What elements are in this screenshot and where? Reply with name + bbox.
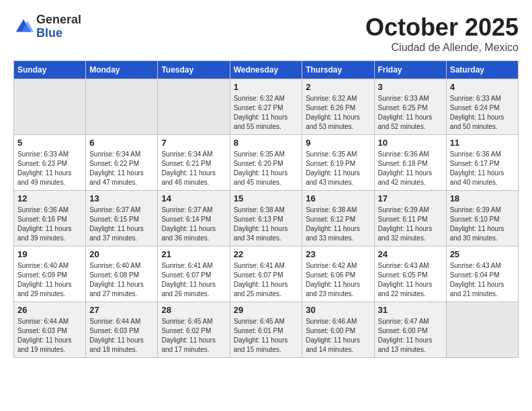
- calendar-cell: 8Sunrise: 6:35 AMSunset: 6:20 PMDaylight…: [230, 135, 302, 191]
- calendar-cell: 31Sunrise: 6:47 AMSunset: 6:00 PMDayligh…: [374, 302, 446, 358]
- day-number: 21: [161, 249, 226, 259]
- day-number: 8: [234, 138, 299, 148]
- day-number: 9: [306, 138, 370, 148]
- calendar-cell: 27Sunrise: 6:44 AMSunset: 6:03 PMDayligh…: [86, 302, 158, 358]
- day-info: Sunrise: 6:38 AMSunset: 6:12 PMDaylight:…: [306, 205, 370, 243]
- day-number: 15: [234, 193, 299, 203]
- day-info: Sunrise: 6:41 AMSunset: 6:07 PMDaylight:…: [161, 261, 226, 299]
- calendar-week-row: 1Sunrise: 6:32 AMSunset: 6:27 PMDaylight…: [14, 79, 519, 135]
- calendar-cell: 6Sunrise: 6:34 AMSunset: 6:22 PMDaylight…: [86, 135, 158, 191]
- day-info: Sunrise: 6:36 AMSunset: 6:16 PMDaylight:…: [17, 205, 82, 243]
- day-info: Sunrise: 6:39 AMSunset: 6:11 PMDaylight:…: [378, 205, 443, 243]
- calendar-cell: 16Sunrise: 6:38 AMSunset: 6:12 PMDayligh…: [302, 191, 374, 246]
- day-info: Sunrise: 6:37 AMSunset: 6:15 PMDaylight:…: [89, 205, 154, 243]
- month-title: October 2025: [365, 13, 519, 42]
- calendar-cell: 9Sunrise: 6:35 AMSunset: 6:19 PMDaylight…: [302, 135, 374, 191]
- day-number: 5: [17, 138, 82, 148]
- day-info: Sunrise: 6:40 AMSunset: 6:08 PMDaylight:…: [89, 261, 154, 299]
- day-info: Sunrise: 6:38 AMSunset: 6:13 PMDaylight:…: [234, 205, 299, 243]
- location-subtitle: Ciudad de Allende, Mexico: [365, 42, 519, 54]
- calendar-table: SundayMondayTuesdayWednesdayThursdayFrid…: [13, 60, 519, 358]
- day-info: Sunrise: 6:45 AMSunset: 6:01 PMDaylight:…: [234, 317, 299, 355]
- day-number: 19: [17, 249, 82, 259]
- calendar-cell: 20Sunrise: 6:40 AMSunset: 6:08 PMDayligh…: [86, 246, 158, 302]
- calendar-cell: 22Sunrise: 6:41 AMSunset: 6:07 PMDayligh…: [230, 246, 302, 302]
- calendar-cell: 19Sunrise: 6:40 AMSunset: 6:09 PMDayligh…: [14, 246, 86, 302]
- day-number: 30: [306, 305, 370, 315]
- calendar-cell: 28Sunrise: 6:45 AMSunset: 6:02 PMDayligh…: [158, 302, 230, 358]
- day-number: 20: [89, 249, 154, 259]
- day-number: 18: [450, 193, 515, 203]
- calendar-cell: 21Sunrise: 6:41 AMSunset: 6:07 PMDayligh…: [158, 246, 230, 302]
- day-number: 6: [89, 138, 154, 148]
- day-number: 3: [378, 82, 443, 92]
- day-number: 4: [450, 82, 515, 92]
- day-number: 11: [450, 138, 515, 148]
- calendar-cell: 11Sunrise: 6:36 AMSunset: 6:17 PMDayligh…: [446, 135, 518, 191]
- day-info: Sunrise: 6:32 AMSunset: 6:26 PMDaylight:…: [306, 94, 370, 132]
- day-info: Sunrise: 6:33 AMSunset: 6:23 PMDaylight:…: [17, 150, 82, 187]
- day-info: Sunrise: 6:35 AMSunset: 6:19 PMDaylight:…: [306, 150, 370, 187]
- day-info: Sunrise: 6:34 AMSunset: 6:22 PMDaylight:…: [89, 150, 154, 187]
- calendar-week-row: 12Sunrise: 6:36 AMSunset: 6:16 PMDayligh…: [14, 191, 519, 246]
- day-info: Sunrise: 6:42 AMSunset: 6:06 PMDaylight:…: [306, 261, 370, 299]
- day-info: Sunrise: 6:47 AMSunset: 6:00 PMDaylight:…: [378, 317, 443, 355]
- calendar-week-row: 26Sunrise: 6:44 AMSunset: 6:03 PMDayligh…: [14, 302, 519, 358]
- day-info: Sunrise: 6:45 AMSunset: 6:02 PMDaylight:…: [161, 317, 226, 355]
- day-number: 7: [161, 138, 226, 148]
- day-number: 12: [17, 193, 82, 203]
- day-number: 1: [234, 82, 299, 92]
- calendar-cell: 17Sunrise: 6:39 AMSunset: 6:11 PMDayligh…: [374, 191, 446, 246]
- calendar-cell: 24Sunrise: 6:43 AMSunset: 6:05 PMDayligh…: [374, 246, 446, 302]
- day-info: Sunrise: 6:43 AMSunset: 6:05 PMDaylight:…: [378, 261, 443, 299]
- calendar-cell: 25Sunrise: 6:43 AMSunset: 6:04 PMDayligh…: [446, 246, 518, 302]
- day-number: 24: [378, 249, 443, 259]
- day-number: 25: [450, 249, 515, 259]
- day-number: 22: [234, 249, 299, 259]
- calendar-cell: 26Sunrise: 6:44 AMSunset: 6:03 PMDayligh…: [14, 302, 86, 358]
- calendar-week-row: 5Sunrise: 6:33 AMSunset: 6:23 PMDaylight…: [14, 135, 519, 191]
- calendar-cell: 5Sunrise: 6:33 AMSunset: 6:23 PMDaylight…: [14, 135, 86, 191]
- day-info: Sunrise: 6:36 AMSunset: 6:17 PMDaylight:…: [450, 150, 515, 187]
- day-info: Sunrise: 6:37 AMSunset: 6:14 PMDaylight:…: [161, 205, 226, 243]
- weekday-header-sunday: Sunday: [14, 61, 86, 79]
- header: General Blue October 2025 Ciudad de Alle…: [13, 13, 519, 54]
- day-number: 26: [17, 305, 82, 315]
- calendar-cell: 14Sunrise: 6:37 AMSunset: 6:14 PMDayligh…: [158, 191, 230, 246]
- day-number: 16: [306, 193, 370, 203]
- calendar-cell: 30Sunrise: 6:46 AMSunset: 6:00 PMDayligh…: [302, 302, 374, 358]
- day-info: Sunrise: 6:39 AMSunset: 6:10 PMDaylight:…: [450, 205, 515, 243]
- day-info: Sunrise: 6:41 AMSunset: 6:07 PMDaylight:…: [234, 261, 299, 299]
- day-number: 29: [234, 305, 299, 315]
- calendar-cell: 18Sunrise: 6:39 AMSunset: 6:10 PMDayligh…: [446, 191, 518, 246]
- weekday-header-thursday: Thursday: [302, 61, 374, 79]
- day-number: 13: [89, 193, 154, 203]
- weekday-header-monday: Monday: [86, 61, 158, 79]
- calendar-cell: 12Sunrise: 6:36 AMSunset: 6:16 PMDayligh…: [14, 191, 86, 246]
- calendar-cell: 29Sunrise: 6:45 AMSunset: 6:01 PMDayligh…: [230, 302, 302, 358]
- day-number: 23: [306, 249, 370, 259]
- calendar-cell: 1Sunrise: 6:32 AMSunset: 6:27 PMDaylight…: [230, 79, 302, 135]
- calendar-week-row: 19Sunrise: 6:40 AMSunset: 6:09 PMDayligh…: [14, 246, 519, 302]
- calendar-cell: 15Sunrise: 6:38 AMSunset: 6:13 PMDayligh…: [230, 191, 302, 246]
- day-info: Sunrise: 6:44 AMSunset: 6:03 PMDaylight:…: [17, 317, 82, 355]
- day-number: 17: [378, 193, 443, 203]
- day-number: 31: [378, 305, 443, 315]
- calendar-cell: 4Sunrise: 6:33 AMSunset: 6:24 PMDaylight…: [446, 79, 518, 135]
- calendar-cell: [158, 79, 230, 135]
- day-info: Sunrise: 6:44 AMSunset: 6:03 PMDaylight:…: [89, 317, 154, 355]
- calendar-cell: [86, 79, 158, 135]
- day-info: Sunrise: 6:35 AMSunset: 6:20 PMDaylight:…: [234, 150, 299, 187]
- logo-icon: [13, 17, 34, 37]
- day-number: 10: [378, 138, 443, 148]
- calendar-header-row: SundayMondayTuesdayWednesdayThursdayFrid…: [14, 61, 519, 79]
- day-info: Sunrise: 6:40 AMSunset: 6:09 PMDaylight:…: [17, 261, 82, 299]
- day-number: 2: [306, 82, 370, 92]
- logo-text: General Blue: [36, 13, 81, 40]
- calendar-cell: 2Sunrise: 6:32 AMSunset: 6:26 PMDaylight…: [302, 79, 374, 135]
- day-info: Sunrise: 6:33 AMSunset: 6:24 PMDaylight:…: [450, 94, 515, 132]
- calendar-cell: [14, 79, 86, 135]
- weekday-header-tuesday: Tuesday: [158, 61, 230, 79]
- calendar-cell: 23Sunrise: 6:42 AMSunset: 6:06 PMDayligh…: [302, 246, 374, 302]
- calendar-cell: 13Sunrise: 6:37 AMSunset: 6:15 PMDayligh…: [86, 191, 158, 246]
